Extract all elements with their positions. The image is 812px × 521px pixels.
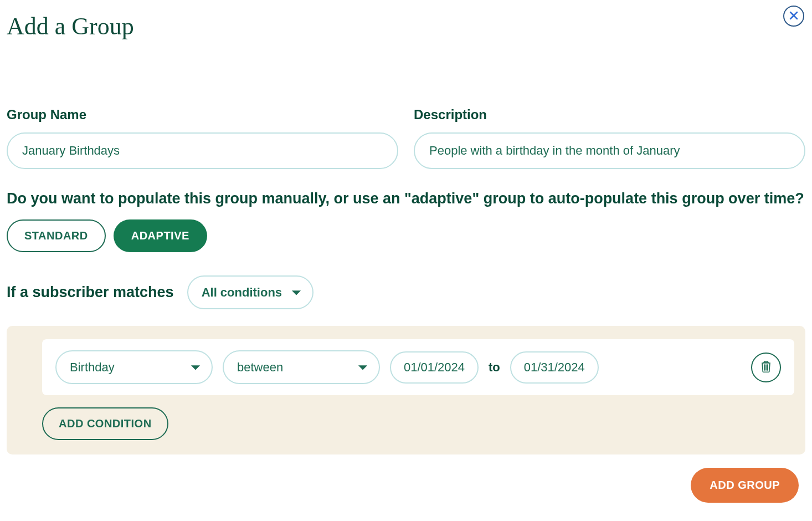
match-mode-select[interactable]: All conditions: [188, 277, 312, 308]
adaptive-toggle[interactable]: ADAPTIVE: [114, 219, 207, 252]
match-mode-select-wrapper[interactable]: All conditions: [187, 275, 314, 309]
condition-operator-select[interactable]: between: [224, 351, 379, 383]
condition-field-select-wrapper[interactable]: Birthday: [55, 350, 213, 384]
close-button[interactable]: [783, 6, 804, 27]
description-input[interactable]: [414, 132, 805, 169]
page-title: Add a Group: [7, 12, 812, 40]
group-name-label: Group Name: [7, 107, 398, 122]
trash-icon: [760, 360, 772, 374]
condition-field-select[interactable]: Birthday: [56, 351, 212, 383]
condition-row: Birthday between to: [42, 339, 794, 395]
description-label: Description: [414, 107, 805, 122]
close-icon: [789, 11, 798, 22]
date-to-input[interactable]: [510, 351, 599, 384]
delete-condition-button[interactable]: [751, 353, 781, 382]
add-group-button[interactable]: ADD GROUP: [691, 468, 799, 503]
add-condition-button[interactable]: ADD CONDITION: [42, 407, 168, 440]
standard-toggle[interactable]: STANDARD: [7, 219, 106, 252]
conditions-panel: Birthday between to ADD CONDITION: [7, 326, 805, 454]
condition-operator-select-wrapper[interactable]: between: [223, 350, 380, 384]
date-range-to-label: to: [489, 360, 500, 375]
date-from-input[interactable]: [390, 351, 479, 384]
match-prefix-label: If a subscriber matches: [7, 284, 174, 301]
group-name-input[interactable]: [7, 132, 398, 169]
group-type-question: Do you want to populate this group manua…: [7, 190, 805, 207]
